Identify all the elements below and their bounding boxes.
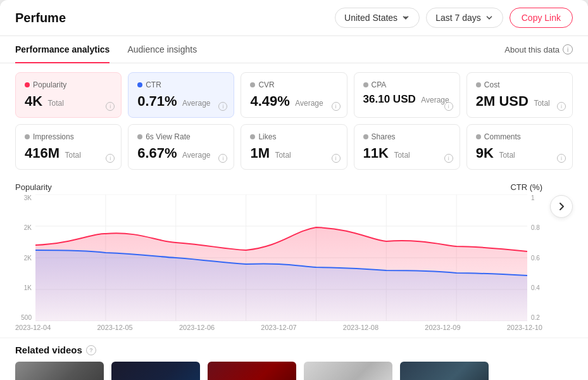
related-videos-help-icon[interactable]: ? bbox=[86, 345, 96, 355]
chart-and-axes: 3K 2K 2K 1K 500 bbox=[15, 194, 542, 321]
metric-info-icon-likes[interactable]: i bbox=[332, 154, 341, 163]
metric-label-shares: Shares bbox=[363, 132, 451, 141]
metric-label-likes: Likes bbox=[250, 132, 337, 141]
metric-card-likes: Likes 1M Total i bbox=[241, 124, 347, 170]
y-axis-right: 1 0.8 0.6 0.4 0.2 bbox=[527, 194, 542, 321]
metric-value-view-rate: 6.67% Average bbox=[137, 145, 225, 162]
metric-card-ctr: CTR 0.71% Average i bbox=[128, 72, 234, 118]
header: Perfume United States Last 7 days Copy L… bbox=[0, 0, 588, 36]
video-thumbnail-1[interactable] bbox=[15, 362, 104, 380]
metric-value-cpa: 36.10 USD Average bbox=[363, 93, 451, 106]
y-axis-left: 3K 2K 2K 1K 500 bbox=[15, 194, 35, 321]
dot-blue bbox=[137, 82, 142, 87]
app-window: Perfume United States Last 7 days Copy L… bbox=[0, 0, 588, 380]
video-thumbnail-5[interactable] bbox=[400, 362, 489, 380]
video-thumbnail-3[interactable] bbox=[208, 362, 296, 380]
metric-info-icon-impressions[interactable]: i bbox=[106, 154, 115, 163]
chart-left-label: Popularity bbox=[15, 182, 52, 192]
metric-info-icon-cpa[interactable]: i bbox=[444, 102, 453, 111]
metric-value-shares: 11K Total bbox=[363, 145, 451, 162]
chevron-down-icon bbox=[401, 13, 410, 22]
metric-label-cpa: CPA bbox=[363, 80, 451, 89]
video-thumbnails-row bbox=[15, 362, 573, 380]
chart-section: Popularity CTR (%) 3K 2K 2K 1K 500 bbox=[0, 176, 588, 338]
metric-card-cvr: CVR 4.49% Average i bbox=[241, 72, 347, 118]
metric-label-comments: Comments bbox=[476, 132, 563, 141]
metric-info-icon-ctr[interactable]: i bbox=[218, 102, 227, 111]
metric-info-icon-comments[interactable]: i bbox=[557, 154, 566, 163]
metrics-section: Popularity 4K Total i CTR 0.71% Average … bbox=[0, 63, 588, 170]
metrics-row-1: Popularity 4K Total i CTR 0.71% Average … bbox=[15, 72, 573, 118]
video-thumbnail-2[interactable] bbox=[111, 362, 200, 380]
about-data-info-icon: i bbox=[563, 44, 573, 54]
header-controls: United States Last 7 days Copy Link bbox=[335, 8, 573, 28]
dot-gray-viewrate bbox=[137, 134, 142, 139]
chevron-down-icon-2 bbox=[485, 13, 494, 22]
dot-gray-cost bbox=[476, 82, 481, 87]
video-thumbnail-4[interactable] bbox=[304, 362, 392, 380]
metric-card-popularity: Popularity 4K Total i bbox=[15, 72, 122, 118]
app-title: Perfume bbox=[15, 11, 325, 25]
arrow-right-icon bbox=[556, 201, 567, 212]
dot-gray-comments bbox=[476, 134, 481, 139]
related-videos-title: Related videos ? bbox=[15, 345, 573, 355]
metrics-row-2: Impressions 416M Total i 6s View Rate 6.… bbox=[15, 124, 573, 170]
metric-value-comments: 9K Total bbox=[476, 145, 563, 162]
metric-label-ctr: CTR bbox=[137, 80, 225, 89]
metric-info-icon-viewrate[interactable]: i bbox=[218, 154, 227, 163]
tab-audience[interactable]: Audience insights bbox=[127, 37, 197, 63]
metric-info-icon-popularity[interactable]: i bbox=[106, 102, 115, 111]
chart-svg bbox=[35, 194, 527, 321]
metric-info-icon-cost[interactable]: i bbox=[557, 102, 566, 111]
metric-card-comments: Comments 9K Total i bbox=[466, 124, 573, 170]
dot-gray-shares bbox=[363, 134, 368, 139]
metric-info-icon-shares[interactable]: i bbox=[444, 154, 453, 163]
metric-info-icon-cvr[interactable]: i bbox=[332, 102, 341, 111]
metric-label-view-rate: 6s View Rate bbox=[137, 132, 225, 141]
metric-label-popularity: Popularity bbox=[25, 80, 112, 89]
metric-label-cvr: CVR bbox=[250, 80, 337, 89]
metric-card-impressions: Impressions 416M Total i bbox=[15, 124, 122, 170]
date-range-dropdown[interactable]: Last 7 days bbox=[426, 8, 503, 28]
chart-dates: 2023-12-04 2023-12-05 2023-12-06 2023-12… bbox=[15, 321, 542, 334]
related-videos-section: Related videos ? bbox=[0, 338, 588, 380]
country-label: United States bbox=[344, 13, 397, 23]
metric-label-cost: Cost bbox=[476, 80, 563, 89]
metric-value-cvr: 4.49% Average bbox=[250, 93, 337, 110]
tabs-row: Performance analytics Audience insights … bbox=[0, 36, 588, 63]
dot-gray-cvr bbox=[250, 82, 255, 87]
metric-value-likes: 1M Total bbox=[250, 145, 337, 162]
chart-header: Popularity CTR (%) bbox=[15, 182, 542, 192]
metric-value-ctr: 0.71% Average bbox=[137, 93, 225, 110]
chart-right-label: CTR (%) bbox=[510, 182, 542, 192]
country-dropdown[interactable]: United States bbox=[335, 8, 420, 28]
dot-gray-impressions bbox=[25, 134, 30, 139]
about-data[interactable]: About this data i bbox=[504, 44, 573, 54]
metric-card-shares: Shares 11K Total i bbox=[354, 124, 460, 170]
dot-red bbox=[25, 82, 30, 87]
metric-card-cpa: CPA 36.10 USD Average i bbox=[354, 72, 460, 118]
about-data-label: About this data bbox=[504, 45, 560, 54]
dot-gray-cpa bbox=[363, 82, 368, 87]
date-range-label: Last 7 days bbox=[435, 13, 481, 23]
metric-value-cost: 2M USD Total bbox=[476, 93, 563, 110]
metric-card-view-rate: 6s View Rate 6.67% Average i bbox=[128, 124, 234, 170]
metric-value-impressions: 416M Total bbox=[25, 145, 112, 162]
metric-value-popularity: 4K Total bbox=[25, 93, 112, 110]
tab-performance[interactable]: Performance analytics bbox=[15, 37, 109, 63]
chart-next-button[interactable] bbox=[550, 195, 573, 218]
metric-label-impressions: Impressions bbox=[25, 132, 112, 141]
copy-link-button[interactable]: Copy Link bbox=[510, 8, 573, 28]
metric-card-cost: Cost 2M USD Total i bbox=[466, 72, 573, 118]
dot-gray-likes bbox=[250, 134, 255, 139]
